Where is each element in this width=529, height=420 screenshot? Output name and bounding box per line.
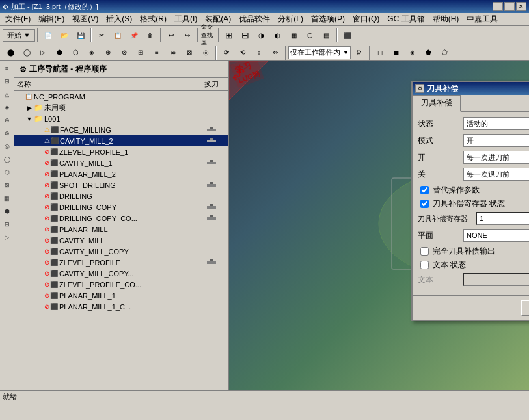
menu-quality[interactable]: 优品软件 [235, 12, 274, 26]
tb-r2-15[interactable]: ⟲ [235, 45, 251, 60]
tree-item-spot-drilling[interactable]: ⊘ ⬛ SPOT_DRILLING [14, 179, 228, 190]
tree-item-cavity-mill-1[interactable]: ⊘ ⬛ CAVITY_MILL_1 [14, 157, 228, 168]
sidebar-icon-4[interactable]: ◈ [1, 101, 13, 113]
tb5[interactable]: ⊞ [221, 27, 237, 43]
tb-r2-9[interactable]: ⊞ [133, 45, 148, 60]
status-select[interactable]: 活动的 非活动的 [463, 117, 529, 130]
tree-item-l001[interactable]: ▼ 📁 L001 [14, 113, 228, 124]
toolbar-paste[interactable]: 📌 [126, 27, 142, 43]
confirm-button[interactable]: 确定 [521, 300, 529, 316]
open-select[interactable]: 每一次进刀前 每一次退刀前 第一次进刀前 [463, 151, 529, 164]
menu-gctool[interactable]: GC 工具箱 [383, 12, 428, 26]
sidebar-icon-10[interactable]: ⊠ [1, 179, 13, 191]
tree-item-zlevel-profile[interactable]: ⊘ ⬛ ZLEVEL_PROFILE [14, 257, 228, 268]
menu-edit[interactable]: 编辑(E) [34, 12, 68, 26]
menu-tools[interactable]: 工具(I) [170, 12, 201, 26]
tree-item-zlevel-1[interactable]: ⊘ ⬛ ZLEVEL_PROFILE_1 [14, 146, 228, 157]
tb-r2-12[interactable]: ⊠ [182, 45, 197, 60]
mode-select[interactable]: 开 关 [463, 134, 529, 147]
minimize-button[interactable]: ─ [493, 2, 503, 11]
tree-item-cavity-mill-copy[interactable]: ⊘ ⬛ CAVITY_MILL_COPY [14, 246, 228, 257]
tb-r2-11[interactable]: ≋ [165, 45, 181, 60]
tb-r2-3[interactable]: ▷ [35, 45, 51, 60]
tb7[interactable]: ◑ [254, 27, 269, 43]
tree-item-nc-program[interactable]: 📋 NC_PROGRAM [14, 91, 228, 102]
tb-r2-13[interactable]: ◎ [198, 45, 213, 60]
tb8[interactable]: ◐ [270, 27, 286, 43]
maximize-button[interactable]: □ [504, 2, 515, 11]
tab-tool-compensation[interactable]: 刀具补偿 [413, 95, 461, 112]
checkbox-replace-params[interactable] [420, 186, 429, 194]
sidebar-icon-6[interactable]: ⊗ [1, 127, 13, 139]
checkbox-register-status[interactable] [420, 200, 429, 208]
toolbar-cut[interactable]: ✂ [94, 27, 109, 43]
tb6[interactable]: ⊟ [237, 27, 253, 43]
nav-tree[interactable]: 📋 NC_PROGRAM ▶ 📁 未用项 [14, 91, 228, 390]
checkbox-text-status[interactable] [420, 261, 429, 269]
menu-help[interactable]: 帮助(H) [429, 12, 463, 26]
tb-r2-filter[interactable]: ⚙ [351, 45, 367, 60]
tb9[interactable]: ▦ [286, 27, 302, 43]
tree-item-drilling-copy-co[interactable]: ⊘ ⬛ DRILLING_COPY_CO... [14, 213, 228, 224]
menu-file[interactable]: 文件(F) [1, 12, 34, 26]
sidebar-icon-11[interactable]: ▦ [1, 192, 13, 204]
tb-r2-20[interactable]: ◈ [405, 45, 420, 60]
tree-item-drilling[interactable]: ⊘ ⬛ DRILLING [14, 190, 228, 202]
tb12[interactable]: ⬛ [340, 27, 355, 43]
tree-item-zlevel-profile-co[interactable]: ⊘ ⬛ ZLEVEL_PROFILE_CO... [14, 279, 228, 290]
tb-r2-5[interactable]: ⬡ [68, 45, 83, 60]
sidebar-icon-13[interactable]: ⊟ [1, 218, 13, 230]
viewport[interactable]: 学习 LUG网 SUG [229, 61, 529, 390]
text-input[interactable] [463, 273, 529, 286]
toolbar-undo[interactable]: ↩ [163, 27, 179, 43]
close-button[interactable]: ✕ [516, 2, 526, 11]
tb-r2-1[interactable]: ⬤ [3, 45, 18, 60]
tree-item-drilling-copy[interactable]: ⊘ ⬛ DRILLING_COPY [14, 202, 228, 213]
sidebar-icon-7[interactable]: ◎ [1, 140, 13, 152]
plane-select[interactable]: NONE XY YZ ZX [463, 229, 529, 242]
menu-window[interactable]: 窗口(Q) [349, 12, 383, 26]
tb-r2-10[interactable]: ≡ [149, 45, 165, 60]
tb-r2-16[interactable]: ↕ [251, 45, 267, 60]
tb-r2-21[interactable]: ⬟ [421, 45, 437, 60]
close-select[interactable]: 每一次退刀前 每一次进刀前 [463, 168, 529, 181]
sidebar-icon-5[interactable]: ⊕ [1, 114, 13, 126]
tree-item-cavity-mill[interactable]: ⊘ ⬛ CAVITY_MILL [14, 235, 228, 246]
tb-r2-6[interactable]: ◈ [84, 45, 100, 60]
menu-insert[interactable]: 插入(S) [102, 12, 136, 26]
tb-r2-4[interactable]: ⬢ [51, 45, 67, 60]
toolbar-start-btn[interactable]: 开始 ▼ [3, 29, 35, 42]
part-dropdown[interactable]: 仅在工作部件内 ▼ [288, 46, 351, 59]
tree-item-planar-mill-2[interactable]: ⊘ ⬛ PLANAR_MILL_2 [14, 168, 228, 179]
tb-r2-7[interactable]: ⊕ [100, 45, 116, 60]
tb10[interactable]: ⬡ [303, 27, 318, 43]
tb-r2-22[interactable]: ⬠ [437, 45, 453, 60]
toolbar-redo[interactable]: ↪ [180, 27, 195, 43]
tree-item-unused[interactable]: ▶ 📁 未用项 [14, 102, 228, 113]
tb-r2-19[interactable]: ◼ [388, 45, 404, 60]
sidebar-icon-8[interactable]: ◯ [1, 153, 13, 165]
tb-r2-14[interactable]: ⟳ [219, 45, 234, 60]
menu-view[interactable]: 视图(V) [68, 12, 102, 26]
sidebar-icon-3[interactable]: △ [1, 88, 13, 100]
toolbar-copy[interactable]: 📋 [110, 27, 126, 43]
tree-item-planar-mill-1[interactable]: ⊘ ⬛ PLANAR_MILL_1 [14, 290, 228, 301]
menu-analyze[interactable]: 分析(L) [274, 12, 307, 26]
toolbar-save[interactable]: 💾 [73, 27, 88, 43]
tb-r2-2[interactable]: ◯ [19, 45, 34, 60]
toolbar-open[interactable]: 📂 [57, 27, 72, 43]
menu-prefs[interactable]: 首选项(P) [307, 12, 349, 26]
sidebar-icon-14[interactable]: ▷ [1, 231, 13, 243]
sidebar-icon-2[interactable]: ⊞ [1, 75, 13, 87]
sidebar-icon-12[interactable]: ⬢ [1, 205, 13, 217]
tree-item-planar-mill[interactable]: ⊘ ⬛ PLANAR_MILL [14, 224, 228, 235]
tree-item-planar-mill-1c[interactable]: ⊘ ⬛ PLANAR_MILL_1_C... [14, 301, 228, 312]
checkbox-full-output[interactable] [420, 247, 429, 256]
menu-format[interactable]: 格式(R) [136, 12, 170, 26]
menu-zhongjia[interactable]: 中嘉工具 [463, 12, 502, 26]
toolbar-delete[interactable]: 🗑 [142, 27, 158, 43]
tb-r2-18[interactable]: ◻ [372, 45, 388, 60]
sidebar-icon-9[interactable]: ⬡ [1, 166, 13, 178]
tb-r2-8[interactable]: ⊗ [116, 45, 132, 60]
tree-item-cavity-mill-2[interactable]: ⚠ ⬛ CAVITY_MILL_2 [14, 135, 228, 146]
